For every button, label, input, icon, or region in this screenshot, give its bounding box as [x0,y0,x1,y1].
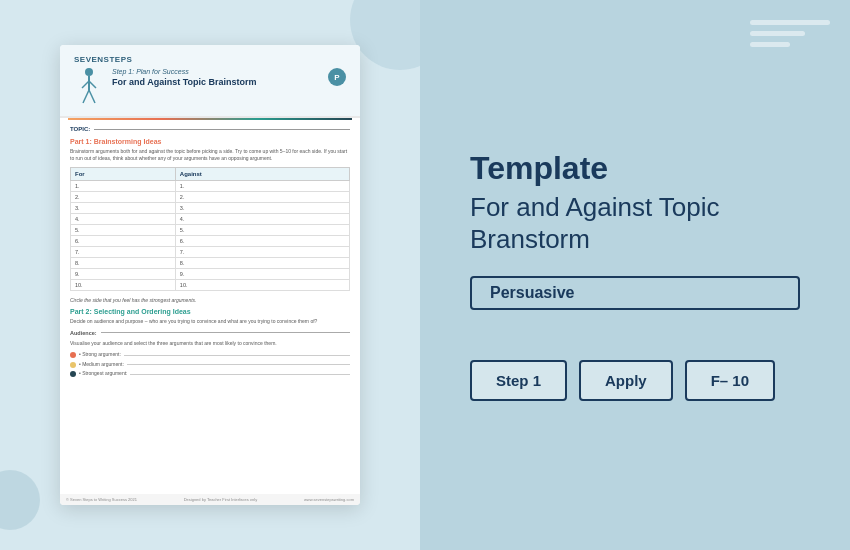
col-against: Against [175,168,349,181]
table-row: 2.2. [71,192,350,203]
cell-against: 6. [175,236,349,247]
subtitle-text: For and Against TopicBranstorm [470,192,720,255]
cell-for: 7. [71,247,176,258]
strongest-item: • Strongest argument: [70,370,350,378]
step1-button[interactable]: Step 1 [470,360,567,401]
doc-step-label: Step 1: Plan for Success [112,68,320,75]
cell-for: 1. [71,181,176,192]
table-row: 8.8. [71,258,350,269]
svg-line-2 [82,81,89,88]
cell-against: 1. [175,181,349,192]
cell-against: 2. [175,192,349,203]
col-for: For [71,168,176,181]
strong-label: • Strong argument: [79,351,121,359]
grade-button[interactable]: F– 10 [685,360,775,401]
action-row: Step 1 Apply F– 10 [470,360,800,401]
topic-label: TOPIC: [70,126,90,132]
footer-right: www.sevenstepswriting.com [304,497,354,502]
doc-main-title: For and Against Topic Brainstorm [112,77,320,87]
section2-title: Part 2: Selecting and Ordering Ideas [70,308,350,315]
purpose-text: Decide on audience and purpose – who are… [70,318,350,326]
doc-footer: © Seven Steps to Writing Success 2021 De… [60,494,360,505]
deco-circle-bottom [0,470,40,530]
cell-for: 8. [71,258,176,269]
cell-for: 3. [71,203,176,214]
table-row: 4.4. [71,214,350,225]
medium-dot [70,362,76,368]
medium-label: • Medium argument: [79,361,124,369]
left-panel: Sevensteps Step 1: Plan for Success [0,0,420,550]
doc-logo-circle: P [328,68,346,86]
svg-line-4 [83,90,89,103]
cell-for: 2. [71,192,176,203]
visualise-text: Visualise your audience and select the t… [70,340,350,348]
cell-against: 9. [175,269,349,280]
table-row: 10.10. [71,280,350,291]
topic-line: TOPIC: [70,126,350,132]
doc-body: TOPIC: Part 1: Brainstorming Ideas Brain… [60,120,360,386]
cell-for: 6. [71,236,176,247]
footer-center: Designed by Teacher First Interfaces onl… [184,497,258,502]
cell-against: 8. [175,258,349,269]
cell-against: 10. [175,280,349,291]
deco-stripes [750,20,830,47]
topic-rule [94,129,350,130]
strongest-label: • Strongest argument: [79,370,127,378]
cell-for: 4. [71,214,176,225]
cell-for: 9. [71,269,176,280]
medium-item: • Medium argument: [70,361,350,369]
right-panel: Template For and Against TopicBranstorm … [420,0,850,550]
doc-header: Sevensteps Step 1: Plan for Success [60,45,360,118]
strong-dot [70,352,76,358]
stripe-3 [750,42,790,47]
cell-against: 4. [175,214,349,225]
table-row: 6.6. [71,236,350,247]
svg-line-5 [89,90,95,103]
brainstorm-table: For Against 1.1.2.2.3.3.4.4.5.5.6.6.7.7.… [70,167,350,291]
table-row: 7.7. [71,247,350,258]
doc-brand: Sevensteps [74,55,346,64]
cell-against: 7. [175,247,349,258]
template-label: Template [470,150,800,187]
stick-figure-icon [79,68,99,108]
svg-point-0 [85,68,93,76]
stripe-1 [750,20,830,25]
table-row: 3.3. [71,203,350,214]
tag-badge: Persuasive [470,276,800,310]
section1-title: Part 1: Brainstorming Ideas [70,138,350,145]
table-row: 5.5. [71,225,350,236]
audience-label: Audience: [70,329,97,337]
doc-instructions: Brainstorm arguments both for and agains… [70,148,350,162]
stripe-2 [750,31,805,36]
cell-against: 5. [175,225,349,236]
table-row: 9.9. [71,269,350,280]
doc-title-block: Step 1: Plan for Success For and Against… [112,68,320,87]
cell-against: 3. [175,203,349,214]
strong-item: • Strong argument: [70,351,350,359]
circle-note: Circle the side that you feel has the st… [70,297,350,303]
apply-button[interactable]: Apply [579,360,673,401]
svg-line-3 [89,81,96,88]
table-row: 1.1. [71,181,350,192]
strongest-dot [70,371,76,377]
doc-figure [74,68,104,108]
footer-left: © Seven Steps to Writing Success 2021 [66,497,137,502]
cell-for: 5. [71,225,176,236]
document-preview: Sevensteps Step 1: Plan for Success [60,45,360,505]
template-subtitle: For and Against TopicBranstorm [470,191,800,256]
cell-for: 10. [71,280,176,291]
